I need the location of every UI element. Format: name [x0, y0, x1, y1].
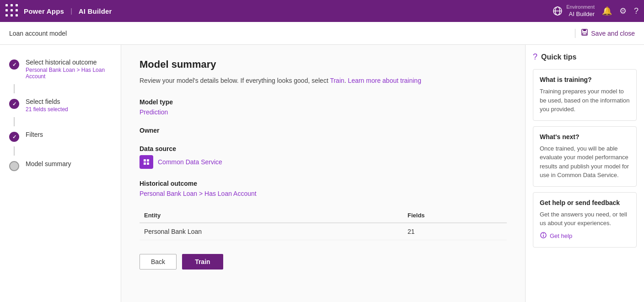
step-label-summary: Model summary: [26, 160, 71, 167]
qt-card-next-text: Once trained, you will be able evaluate …: [540, 144, 630, 180]
save-close-button[interactable]: Save and close: [581, 29, 635, 38]
qt-card-help: Get help or send feedback Get the answer…: [533, 192, 637, 248]
model-type-label: Model type: [140, 98, 507, 106]
qt-card-next-title: What's next?: [540, 133, 630, 140]
table-header-row: Entity Fields: [140, 208, 507, 223]
col-fields: Fields: [403, 208, 507, 223]
save-close-label: Save and close: [591, 30, 635, 37]
table-cell-fields: 21: [403, 223, 507, 240]
topnav-separator: |: [70, 7, 72, 15]
step-line-2: [14, 117, 15, 126]
quick-tips-header: ? Quick tips: [533, 52, 637, 62]
model-name: Loan account model: [9, 30, 67, 37]
app-grid-icon[interactable]: [5, 4, 19, 18]
col-entity: Entity: [140, 208, 403, 223]
help-icon[interactable]: ?: [634, 6, 639, 16]
notification-icon[interactable]: 🔔: [602, 6, 612, 16]
model-type-section: Model type Prediction: [140, 98, 507, 116]
step-content-summary: Model summary: [26, 160, 71, 167]
svg-rect-9: [147, 162, 149, 165]
desc-suffix: .: [344, 77, 348, 84]
step-circle-fields: [9, 99, 19, 109]
step-content-filters: Filters: [26, 131, 43, 138]
step-content-fields: Select fields 21 fields selected: [26, 98, 68, 113]
train-button[interactable]: Train: [182, 254, 223, 270]
qt-card-next: What's next? Once trained, you will be a…: [533, 126, 637, 187]
table-row: Personal Bank Loan21: [140, 223, 507, 240]
main-layout: Select historical outcome Personal Bank …: [0, 45, 644, 302]
step-label-filters: Filters: [26, 131, 43, 138]
qt-card-training-title: What is training?: [540, 76, 630, 83]
table-cell-entity: Personal Bank Loan: [140, 223, 403, 240]
svg-rect-6: [144, 159, 146, 162]
data-source-label: Data source: [140, 145, 507, 152]
svg-rect-4: [583, 29, 586, 31]
data-source-value: Common Data Service: [158, 158, 222, 166]
subheader-divider: [575, 29, 575, 38]
svg-rect-5: [583, 33, 586, 35]
environment-text: Environment AI Builder: [566, 4, 595, 18]
quick-tips-title: Quick tips: [541, 53, 576, 61]
owner-section: Owner: [140, 127, 507, 134]
quick-tips-panel: ? Quick tips What is training? Training …: [525, 45, 644, 302]
env-name: AI Builder: [566, 11, 595, 18]
step-circle-filters: [9, 132, 19, 142]
environment-icon: [553, 6, 563, 16]
environment-selector[interactable]: Environment AI Builder: [553, 4, 595, 18]
qt-card-training-text: Training prepares your model to be used,…: [540, 87, 630, 114]
action-buttons: Back Train: [140, 254, 507, 270]
env-label: Environment: [566, 4, 595, 10]
qt-card-help-text: Get the answers you need, or tell us abo…: [540, 210, 630, 228]
sidebar-item-historical-outcome[interactable]: Select historical outcome Personal Bank …: [0, 54, 121, 84]
topnav-left: Power Apps | AI Builder: [5, 4, 112, 18]
get-help-label: Get help: [550, 232, 572, 239]
sidebar-item-model-summary[interactable]: Model summary: [0, 156, 121, 176]
entity-table-section: Entity Fields Personal Bank Loan21: [140, 208, 507, 240]
sidebar-item-filters[interactable]: Filters: [0, 126, 121, 146]
page-title: Model summary: [140, 59, 507, 70]
historical-outcome-label: Historical outcome: [140, 180, 507, 187]
sidebar: Select historical outcome Personal Bank …: [0, 45, 121, 302]
top-navigation: Power Apps | AI Builder Environment AI B…: [0, 0, 644, 22]
step-sub-historical: Personal Bank Loan > Has Loan Account: [26, 67, 112, 80]
subheader-actions: Save and close: [569, 29, 635, 38]
svg-rect-7: [147, 159, 149, 162]
svg-point-11: [543, 233, 544, 234]
sidebar-item-select-fields[interactable]: Select fields 21 fields selected: [0, 93, 121, 117]
step-content-historical: Select historical outcome Personal Bank …: [26, 59, 112, 80]
topnav-app-name: Power Apps: [24, 7, 64, 15]
historical-outcome-section: Historical outcome Personal Bank Loan > …: [140, 180, 507, 197]
step-line-3: [14, 146, 15, 156]
qt-card-training: What is training? Training prepares your…: [533, 69, 637, 121]
datasource-row: Common Data Service: [140, 155, 507, 169]
topnav-right: Environment AI Builder 🔔 ⚙ ?: [553, 4, 639, 18]
historical-outcome-value: Personal Bank Loan > Has Loan Account: [140, 190, 507, 197]
main-content: Model summary Review your model's detail…: [121, 45, 525, 302]
qt-card-help-title: Get help or send feedback: [540, 199, 630, 206]
get-help-row[interactable]: Get help: [540, 232, 630, 241]
step-circle-summary: [9, 161, 19, 171]
back-button[interactable]: Back: [140, 254, 177, 270]
get-help-icon: [540, 232, 547, 241]
cds-icon: [140, 155, 153, 169]
subheader: Loan account model Save and close: [0, 22, 644, 45]
svg-rect-8: [144, 162, 146, 165]
owner-label: Owner: [140, 127, 507, 134]
train-link[interactable]: Train: [330, 77, 344, 84]
question-icon: ?: [533, 52, 537, 62]
learn-more-link[interactable]: Learn more about training: [348, 77, 421, 84]
step-circle-historical: [9, 59, 19, 70]
model-type-value: Prediction: [140, 108, 507, 116]
step-label-fields: Select fields: [26, 98, 68, 105]
entity-table: Entity Fields Personal Bank Loan21: [140, 208, 507, 240]
desc-prefix: Review your model's details below. If ev…: [140, 77, 330, 84]
settings-icon[interactable]: ⚙: [619, 6, 627, 16]
data-source-section: Data source Common Data Service: [140, 145, 507, 169]
topnav-product-name: AI Builder: [79, 7, 112, 15]
model-summary-description: Review your model's details below. If ev…: [140, 76, 507, 86]
step-label-historical: Select historical outcome: [26, 59, 112, 66]
step-line-1: [14, 84, 15, 93]
save-icon: [581, 29, 588, 38]
step-sub-fields: 21 fields selected: [26, 106, 68, 113]
